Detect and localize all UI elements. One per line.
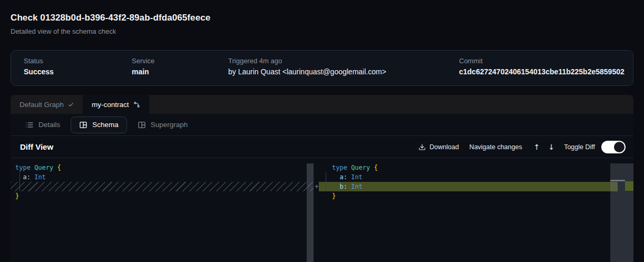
toggle-diff-switch[interactable] xyxy=(601,141,626,153)
diff-view-title: Diff View xyxy=(20,142,53,151)
collapsed-line-placeholder xyxy=(15,182,314,191)
meta-service: Service main xyxy=(132,57,154,76)
code-line: } xyxy=(332,191,633,201)
download-label: Download xyxy=(430,143,459,151)
tab-schema-label: Schema xyxy=(92,121,119,129)
diff-controls: Download Navigate changes ↑ ↓ Toggle Dif… xyxy=(418,141,626,153)
tab-default-graph[interactable]: Default Graph xyxy=(11,95,83,114)
navigate-changes-label: Navigate changes xyxy=(470,143,522,151)
tab-default-graph-label: Default Graph xyxy=(19,101,64,109)
meta-triggered: Triggered 4m ago by Laurin Quast <laurin… xyxy=(228,57,386,76)
diff-header: Diff View Download Navigate changes ↑ ↓ … xyxy=(11,136,633,158)
code-line: a: Int xyxy=(15,172,314,182)
arrow-down-icon: ↓ xyxy=(548,143,554,151)
switch-knob xyxy=(614,142,625,152)
check-icon xyxy=(68,102,74,108)
list-icon xyxy=(25,121,34,129)
page-title: Check 01328b0d-b396-43f2-89ab-dfda065fee… xyxy=(11,13,210,23)
scrollbar-slider-edge xyxy=(610,180,625,181)
tab-schema[interactable]: Schema xyxy=(71,117,127,133)
code-line: a: Int xyxy=(332,172,633,182)
graph-tabstrip: Default Graph my-contract xyxy=(11,95,633,114)
diff-pane-after[interactable]: type Query { a: Int b: Int} xyxy=(320,158,633,262)
commit-hash-value: c1dc62724702406154013cbe11b225b2e5859502 xyxy=(459,67,625,76)
check-detail-card: Default Graph my-contract Details xyxy=(11,95,633,262)
meta-label: Triggered 4m ago xyxy=(228,57,386,65)
diff-pane-before[interactable]: type Query { a: Int} xyxy=(11,158,314,262)
meta-status: Status Success xyxy=(24,57,54,76)
meta-label: Service xyxy=(132,57,154,65)
tab-supergraph[interactable]: Supergraph xyxy=(134,117,191,133)
tab-supergraph-label: Supergraph xyxy=(151,121,188,129)
left-pane-scrollbar[interactable] xyxy=(307,163,314,262)
code-line: } xyxy=(15,191,314,201)
added-line-plus-marker: + xyxy=(313,182,320,191)
tab-details-label: Details xyxy=(38,121,60,129)
previous-change-button[interactable]: ↑ xyxy=(534,143,540,151)
code-line: b: Int xyxy=(332,182,633,191)
meta-label: Status xyxy=(24,57,54,65)
tab-details[interactable]: Details xyxy=(22,117,63,133)
arrow-up-icon: ↑ xyxy=(534,143,540,151)
overview-ruler-added-mark xyxy=(625,181,633,191)
triggered-by-value: by Laurin Quast <laurinquast@googlemail.… xyxy=(228,67,386,76)
page-header: Check 01328b0d-b396-43f2-89ab-dfda065fee… xyxy=(11,13,210,35)
code-line: type Query { xyxy=(332,163,633,172)
toggle-diff-label: Toggle Diff xyxy=(564,143,595,151)
page-subtitle: Detailed view of the schema check xyxy=(11,27,210,35)
split-panels-icon xyxy=(138,121,146,129)
status-value: Success xyxy=(24,67,54,76)
download-button[interactable]: Download xyxy=(418,143,459,151)
service-value: main xyxy=(132,67,154,76)
code-line: type Query { xyxy=(15,163,314,172)
view-tabs: Details Schema Supergraph xyxy=(11,114,633,136)
navigate-changes-button[interactable]: Navigate changes xyxy=(470,143,522,151)
meta-label: Commit xyxy=(459,57,625,65)
next-change-button[interactable]: ↓ xyxy=(548,143,554,151)
right-pane-scrollbar[interactable] xyxy=(610,163,633,262)
download-icon xyxy=(418,143,426,151)
tab-my-contract[interactable]: my-contract xyxy=(83,95,149,114)
tab-my-contract-label: my-contract xyxy=(92,101,129,109)
split-panels-icon xyxy=(79,121,87,129)
spline-icon xyxy=(133,101,140,108)
diff-editor[interactable]: type Query { a: Int} + type Query { a: I… xyxy=(11,158,633,262)
check-meta-card: Status Success Service main Triggered 4m… xyxy=(11,50,633,86)
meta-commit: Commit c1dc62724702406154013cbe11b225b2e… xyxy=(459,57,625,76)
